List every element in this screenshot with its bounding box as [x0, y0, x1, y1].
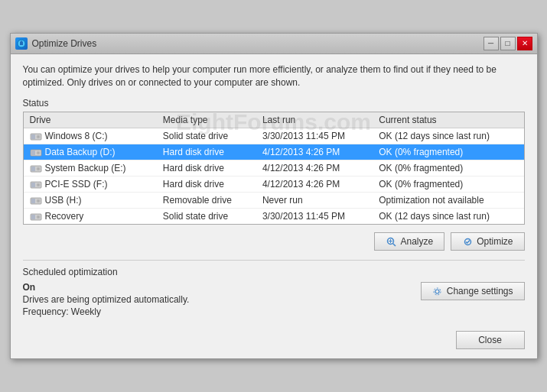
window-title: Optimize Drives: [32, 38, 97, 49]
drive-icon: [30, 196, 42, 206]
svg-rect-2: [31, 134, 35, 139]
drive-icon: [30, 148, 42, 157]
optimize-icon: [462, 236, 473, 247]
svg-point-30: [435, 290, 439, 293]
col-media-type: Media type: [157, 112, 256, 128]
last-run-cell: 4/12/2013 4:26 PM: [256, 160, 373, 177]
title-bar: Optimize Drives ─ □ ✕: [11, 34, 537, 54]
current-status-cell: OK (12 days since last run): [373, 209, 523, 225]
scheduled-header: Scheduled optimization: [23, 267, 525, 277]
drive-name: PCI-E SSD (F:): [45, 179, 108, 190]
current-status-cell: OK (0% fragmented): [373, 144, 523, 160]
scheduled-frequency: Frequency: Weekly: [23, 306, 190, 317]
col-last-run: Last run: [256, 112, 373, 128]
optimize-button[interactable]: Optimize: [451, 232, 524, 251]
current-status-cell: OK (0% fragmented): [373, 177, 523, 193]
drive-icon: [30, 212, 42, 222]
current-status-cell: Optimization not available: [373, 193, 523, 209]
description-text: You can optimize your drives to help you…: [23, 63, 525, 89]
drive-cell: Data Backup (D:): [24, 144, 157, 160]
last-run-cell: 3/30/2013 11:45 PM: [256, 209, 373, 225]
table-row[interactable]: RecoverySolid state drive3/30/2013 11:45…: [24, 209, 524, 225]
svg-point-16: [37, 184, 39, 186]
drives-table: Drive Media type Last run Current status…: [24, 112, 524, 224]
change-settings-icon: [432, 286, 443, 296]
svg-rect-14: [31, 183, 35, 187]
last-run-cell: 3/30/2013 11:45 PM: [256, 128, 373, 144]
window-icon: [15, 37, 28, 50]
scheduled-section: Scheduled optimization On Drives are bei…: [23, 267, 525, 317]
title-bar-left: Optimize Drives: [15, 37, 97, 50]
media-type-cell: Solid state drive: [157, 128, 256, 144]
change-settings-label: Change settings: [447, 286, 513, 296]
drive-name: Windows 8 (C:): [45, 131, 108, 141]
analyze-icon: [386, 236, 396, 247]
change-settings-button[interactable]: Change settings: [421, 282, 525, 300]
table-row[interactable]: PCI-E SSD (F:)Hard disk drive4/12/2013 4…: [24, 177, 524, 193]
drive-name: USB (H:): [45, 195, 82, 206]
drive-name: Data Backup (D:): [45, 147, 116, 157]
svg-point-31: [434, 288, 441, 295]
svg-point-4: [37, 136, 39, 138]
table-row[interactable]: USB (H:)Removable driveNever runOptimiza…: [24, 193, 524, 209]
last-run-cell: 4/12/2013 4:26 PM: [256, 144, 373, 160]
svg-rect-6: [31, 151, 35, 155]
analyze-label: Analyze: [400, 236, 433, 247]
close-button[interactable]: Close: [456, 331, 525, 349]
media-type-cell: Removable drive: [157, 193, 256, 209]
drive-name: Recovery: [45, 211, 84, 222]
scheduled-info: On Drives are being optimized automatica…: [23, 282, 190, 317]
table-row[interactable]: Windows 8 (C:)Solid state drive3/30/2013…: [24, 128, 524, 144]
drive-icon: [30, 180, 42, 190]
scheduled-status: On: [23, 282, 190, 293]
svg-point-20: [37, 200, 39, 202]
last-run-cell: 4/12/2013 4:26 PM: [256, 177, 373, 193]
media-type-cell: Hard disk drive: [157, 160, 256, 177]
media-type-cell: Hard disk drive: [157, 144, 256, 160]
last-run-cell: Never run: [256, 193, 373, 209]
drive-cell: Windows 8 (C:): [24, 128, 157, 144]
media-type-cell: Solid state drive: [157, 209, 256, 225]
drive-icon: [30, 132, 42, 141]
optimize-label: Optimize: [477, 236, 513, 247]
drive-cell: System Backup (E:): [24, 160, 157, 177]
svg-rect-18: [31, 199, 35, 203]
scheduled-description: Drives are being optimized automatically…: [23, 294, 190, 305]
optimize-drives-window: Optimize Drives ─ □ ✕ You can optimize y…: [10, 33, 538, 360]
current-status-cell: OK (12 days since last run): [373, 128, 523, 144]
minimize-button[interactable]: ─: [484, 37, 499, 50]
drive-cell: Recovery: [24, 209, 157, 225]
analyze-button[interactable]: Analyze: [374, 232, 444, 251]
section-divider: [23, 260, 525, 261]
footer-row: Close: [23, 326, 525, 349]
current-status-cell: OK (0% fragmented): [373, 160, 523, 177]
title-controls: ─ □ ✕: [484, 37, 532, 50]
status-label: Status: [23, 98, 525, 109]
action-buttons-row: Analyze Optimize: [23, 232, 525, 251]
svg-line-26: [392, 243, 396, 246]
svg-point-8: [37, 152, 39, 154]
drives-table-container: Drive Media type Last run Current status…: [23, 112, 525, 225]
drive-cell: USB (H:): [24, 193, 157, 209]
restore-button[interactable]: □: [500, 37, 516, 50]
media-type-cell: Hard disk drive: [157, 177, 256, 193]
svg-rect-10: [31, 167, 35, 171]
close-label: Close: [478, 335, 502, 345]
svg-point-24: [37, 216, 39, 218]
col-drive: Drive: [24, 112, 157, 128]
drive-name: System Backup (E:): [45, 163, 126, 173]
svg-rect-22: [31, 215, 35, 219]
col-current-status: Current status: [373, 112, 523, 128]
table-row[interactable]: Data Backup (D:)Hard disk drive4/12/2013…: [24, 144, 524, 160]
table-row[interactable]: System Backup (E:)Hard disk drive4/12/20…: [24, 160, 524, 177]
drive-cell: PCI-E SSD (F:): [24, 177, 157, 193]
close-window-button[interactable]: ✕: [517, 37, 532, 50]
drive-icon: [30, 164, 42, 173]
scheduled-row: On Drives are being optimized automatica…: [23, 282, 525, 317]
svg-point-12: [37, 168, 39, 170]
